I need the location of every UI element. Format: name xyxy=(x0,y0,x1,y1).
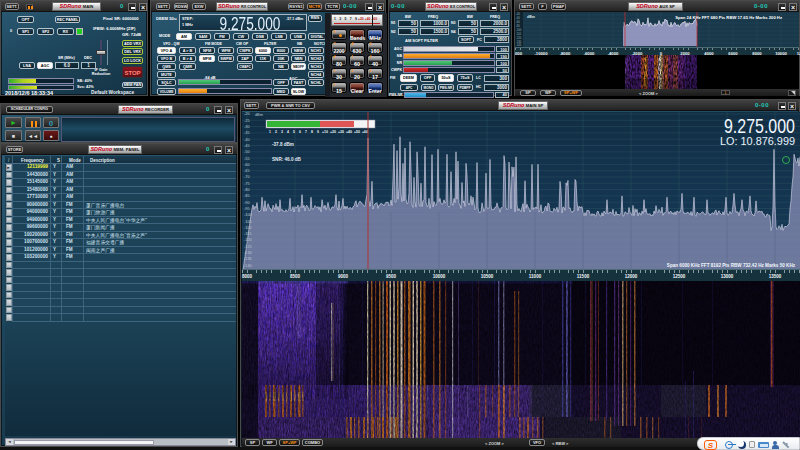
svg-text:-125: -125 xyxy=(244,245,252,249)
svg-text:8: 8 xyxy=(311,130,313,134)
svg-text:7: 7 xyxy=(305,130,307,134)
svg-text:5: 5 xyxy=(293,130,295,134)
svg-text:-120: -120 xyxy=(244,238,252,242)
svg-text:-20: -20 xyxy=(244,112,250,116)
svg-text:-60: -60 xyxy=(244,163,250,167)
svg-text:4: 4 xyxy=(287,130,289,134)
svg-text:-65: -65 xyxy=(244,169,250,173)
svg-text:+10: +10 xyxy=(322,130,328,134)
svg-text:-75: -75 xyxy=(244,182,250,186)
svg-text:-105: -105 xyxy=(244,220,252,224)
svg-text:-110: -110 xyxy=(516,32,522,36)
svg-text:dBm: dBm xyxy=(527,15,535,19)
svg-text:-100: -100 xyxy=(244,213,252,217)
svg-text:-85: -85 xyxy=(244,194,250,198)
svg-text:-80: -80 xyxy=(516,24,520,28)
svg-text:-95: -95 xyxy=(244,207,250,211)
svg-text:3: 3 xyxy=(281,130,283,134)
svg-text:-37.8 dBm: -37.8 dBm xyxy=(272,142,294,147)
svg-text:-40: -40 xyxy=(244,138,250,142)
svg-text:-140: -140 xyxy=(244,264,252,268)
svg-text:-100: -100 xyxy=(516,28,522,32)
svg-text:1: 1 xyxy=(269,130,271,134)
svg-text:dBm: dBm xyxy=(255,113,263,117)
svg-text:-115: -115 xyxy=(244,232,251,236)
svg-text:Span 6000 KHz FFT 8192 Pts: Span 6000 KHz FFT 8192 Pts RBW 732.42 Hz… xyxy=(667,263,796,268)
svg-text:-30: -30 xyxy=(244,125,250,129)
svg-text:-70: -70 xyxy=(244,175,250,179)
svg-text:-90: -90 xyxy=(244,201,250,205)
svg-text:+50: +50 xyxy=(354,130,360,134)
svg-text:-40: -40 xyxy=(516,16,520,20)
svg-text:-35: -35 xyxy=(244,131,250,135)
svg-text:-120: -120 xyxy=(516,36,522,40)
svg-text:-80: -80 xyxy=(244,188,250,192)
svg-text:-55: -55 xyxy=(244,157,250,161)
svg-text:+30: +30 xyxy=(338,130,344,134)
svg-text:Span 24 KHz FFT 680 Pts RB: Span 24 KHz FFT 680 Pts RBW 17.65 Hz Mar… xyxy=(675,15,782,20)
svg-text:-135: -135 xyxy=(244,257,252,261)
svg-text:-45: -45 xyxy=(244,144,250,148)
svg-text:9: 9 xyxy=(317,130,319,134)
svg-text:-50: -50 xyxy=(244,150,250,154)
svg-text:+60: +60 xyxy=(362,130,368,134)
svg-text:-130: -130 xyxy=(244,251,252,255)
svg-text:-20: -20 xyxy=(516,12,520,16)
svg-text:+20: +20 xyxy=(330,130,336,134)
svg-text:6: 6 xyxy=(299,130,301,134)
svg-text:LO: 10.876.999: LO: 10.876.999 xyxy=(720,135,795,147)
svg-text:-110: -110 xyxy=(244,226,251,230)
svg-text:SNR: 46.0 dB: SNR: 46.0 dB xyxy=(272,157,302,162)
svg-text:2: 2 xyxy=(275,130,277,134)
svg-text:-60: -60 xyxy=(516,20,520,24)
svg-text:-25: -25 xyxy=(244,119,250,123)
svg-text:+40: +40 xyxy=(346,130,352,134)
